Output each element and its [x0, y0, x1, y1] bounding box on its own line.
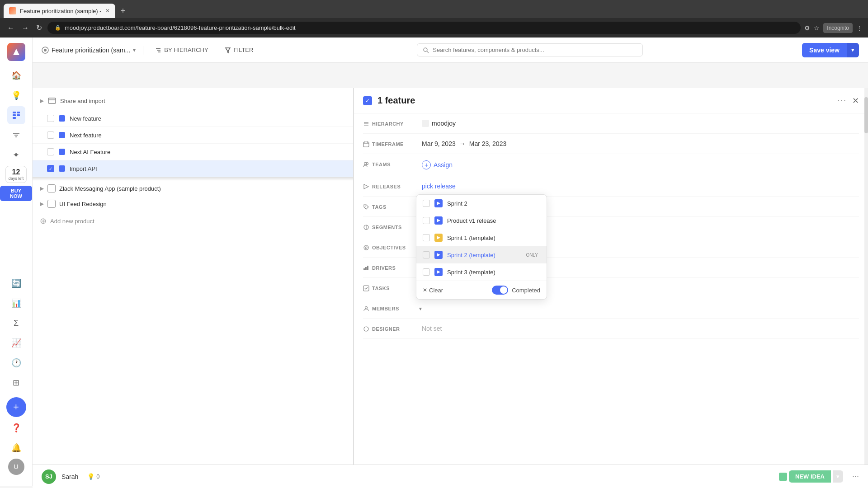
- search-icon[interactable]: 💡: [7, 86, 25, 104]
- svg-point-29: [365, 206, 366, 206]
- product-row-zlack[interactable]: ▶ Zlack Messaging App (sample product): [33, 181, 353, 196]
- group-icon: [47, 96, 57, 105]
- members-chevron[interactable]: ▾: [419, 306, 422, 312]
- profile-icon[interactable]: Incognito: [823, 23, 853, 33]
- days-badge: 12 days left: [5, 166, 27, 183]
- feature-list: ▶ Share and import New feature Next feat…: [33, 88, 354, 486]
- sigma-icon[interactable]: Σ: [7, 314, 25, 332]
- clock-icon[interactable]: 🕐: [7, 354, 25, 372]
- board-name-caret[interactable]: ▾: [133, 47, 136, 53]
- release-item-sprint2-template[interactable]: Sprint 2 (template) ONLY: [416, 246, 547, 263]
- board-name-section[interactable]: Feature prioritization (sam... ▾: [42, 47, 136, 54]
- designer-row: DESIGNER Not set: [363, 319, 859, 339]
- feature-group-header[interactable]: ▶ Share and import: [33, 92, 353, 110]
- search-input[interactable]: [433, 47, 637, 53]
- release-item-sprint1-template[interactable]: Sprint 1 (template): [416, 229, 547, 246]
- designer-value[interactable]: Not set: [422, 325, 859, 332]
- clear-button[interactable]: ✕ Clear: [423, 287, 443, 294]
- svg-marker-46: [437, 270, 440, 274]
- feature-row-next[interactable]: Next feature: [33, 127, 353, 144]
- release-name-s1t: Sprint 1 (template): [447, 235, 540, 241]
- feature-row[interactable]: New feature: [33, 110, 353, 127]
- timeframe-value[interactable]: Mar 9, 2023 → Mar 23, 2023: [422, 140, 859, 147]
- menu-icon[interactable]: ⋮: [856, 24, 863, 32]
- svg-rect-4: [17, 112, 20, 113]
- add-product-button[interactable]: ⊕ Add new product: [33, 211, 353, 230]
- release-item-sprint3-template[interactable]: Sprint 3 (template): [416, 263, 547, 281]
- svg-rect-37: [363, 286, 369, 291]
- save-view-button[interactable]: Save view: [802, 43, 847, 57]
- star-icon[interactable]: ✦: [7, 146, 25, 164]
- top-nav: Feature prioritization (sam... ▾ BY HIER…: [33, 38, 868, 63]
- feature-row-import[interactable]: ✓ Import API: [33, 160, 353, 177]
- row-checkbox-next[interactable]: [47, 131, 54, 139]
- save-view-caret[interactable]: ▾: [847, 43, 859, 57]
- detail-checkbox[interactable]: ✓: [363, 96, 372, 105]
- product-name-ui: UI Feed Redesign: [59, 201, 107, 207]
- list-top-spacer: [33, 88, 353, 92]
- completed-toggle[interactable]: Completed: [492, 286, 540, 295]
- assign-button[interactable]: + Assign: [422, 160, 453, 169]
- release-checkbox-s1t[interactable]: [423, 234, 430, 241]
- toggle-switch[interactable]: [492, 286, 508, 295]
- bookmark-icon[interactable]: ☆: [814, 24, 820, 32]
- detail-scrollbar[interactable]: [864, 88, 868, 486]
- user-avatar-sidebar[interactable]: U: [8, 459, 24, 475]
- feature-dot-next: [59, 132, 65, 138]
- releases-dropdown: Sprint 2 Product v1 release Sprint 1 (te…: [416, 194, 547, 300]
- board-icon[interactable]: [7, 106, 25, 124]
- refresh-button[interactable]: ↻: [34, 22, 44, 34]
- detail-more-button[interactable]: ···: [837, 96, 847, 105]
- pick-release-button[interactable]: pick release: [422, 183, 859, 190]
- detail-close-button[interactable]: ✕: [852, 96, 859, 106]
- release-item-sprint2[interactable]: Sprint 2: [416, 195, 547, 212]
- row-checkbox-ai[interactable]: [47, 148, 54, 155]
- days-number: 12: [9, 168, 24, 176]
- browser-tab[interactable]: Feature prioritization (sample) - ✕: [4, 4, 115, 18]
- help-icon[interactable]: ❓: [7, 419, 25, 437]
- release-checkbox-v1[interactable]: [423, 217, 430, 224]
- svg-rect-35: [365, 267, 367, 270]
- search-bar[interactable]: [417, 43, 643, 56]
- release-checkbox-sprint2[interactable]: [423, 200, 430, 207]
- release-checkbox-s2t[interactable]: [423, 251, 430, 258]
- hierarchy-button[interactable]: BY HIERARCHY: [151, 44, 212, 56]
- tab-close-btn[interactable]: ✕: [105, 8, 110, 14]
- release-item-product-v1[interactable]: Product v1 release: [416, 212, 547, 229]
- app-logo[interactable]: [7, 43, 25, 61]
- add-button[interactable]: +: [6, 397, 26, 417]
- back-button[interactable]: ←: [5, 22, 16, 34]
- refresh-sidebar-icon[interactable]: 🔄: [7, 274, 25, 292]
- bell-icon[interactable]: 🔔: [7, 439, 25, 457]
- row-checkbox-import[interactable]: ✓: [47, 165, 54, 172]
- product-chevron[interactable]: ▶: [40, 185, 44, 192]
- bottom-more-icon[interactable]: ···: [852, 472, 859, 481]
- forward-button[interactable]: →: [20, 22, 31, 34]
- user-avatar-bottom[interactable]: SJ: [42, 469, 56, 484]
- feature-row-ai[interactable]: Next AI Feature: [33, 144, 353, 160]
- svg-rect-3: [13, 117, 16, 119]
- scrollbar-thumb[interactable]: [864, 97, 868, 133]
- new-idea-caret[interactable]: ▾: [833, 470, 843, 483]
- buy-now-button[interactable]: BUY NOW: [0, 186, 32, 201]
- filter-icon[interactable]: [7, 126, 25, 144]
- product-row-ui[interactable]: ▶ UI Feed Redesign: [33, 196, 353, 211]
- url-bar[interactable]: 🔒 moodjoy.productboard.com/feature-board…: [47, 22, 801, 34]
- grid-icon[interactable]: ⊞: [7, 374, 25, 392]
- product-chevron-ui[interactable]: ▶: [40, 201, 44, 207]
- chart-icon[interactable]: 📈: [7, 334, 25, 352]
- extensions-icon[interactable]: ⚙: [804, 24, 810, 32]
- svg-point-33: [365, 247, 367, 249]
- new-tab-button[interactable]: +: [117, 5, 129, 18]
- row-checkbox-new[interactable]: [47, 115, 54, 122]
- svg-marker-42: [437, 202, 440, 205]
- release-checkbox-s3t[interactable]: [423, 268, 430, 276]
- ideas-number: 0: [96, 473, 99, 480]
- home-icon[interactable]: 🏠: [7, 66, 25, 84]
- analytics-icon[interactable]: 📊: [7, 294, 25, 312]
- filter-button[interactable]: FILTER: [220, 44, 258, 56]
- new-idea-button[interactable]: NEW IDEA: [789, 470, 831, 483]
- expand-icon[interactable]: ▶: [40, 98, 44, 104]
- svg-marker-14: [226, 48, 230, 53]
- timeframe-row: TIMEFRAME Mar 9, 2023 → Mar 23, 2023: [363, 134, 859, 154]
